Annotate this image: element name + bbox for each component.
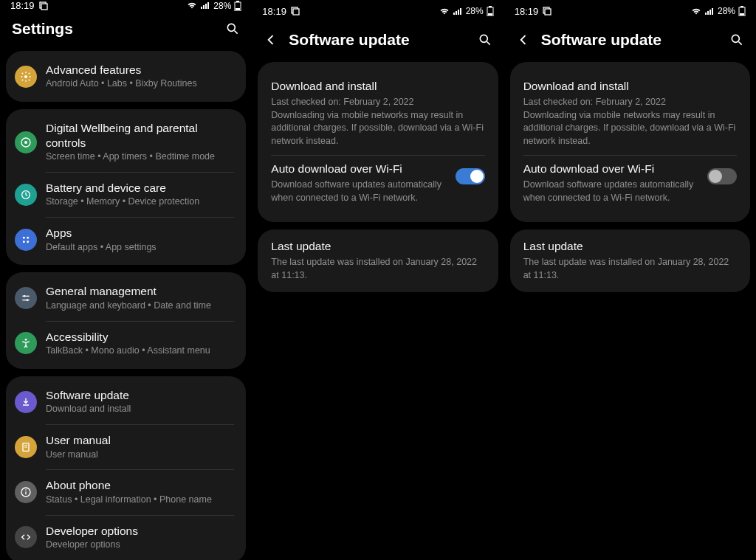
auto-title: Auto download over Wi-Fi <box>271 162 447 176</box>
download-install-row[interactable]: Download and install Last checked on: Fe… <box>271 72 484 155</box>
manual-icon <box>15 436 37 458</box>
row-title: Developer options <box>46 524 234 538</box>
svg-point-9 <box>228 24 236 31</box>
search-icon[interactable] <box>225 21 240 36</box>
row-text: Developer options Developer options <box>46 524 234 551</box>
row-text: Apps Default apps • App settings <box>46 226 234 253</box>
row-subtitle: Android Auto • Labs • Bixby Routines <box>46 77 234 90</box>
settings-row[interactable]: Battery and device care Storage • Memory… <box>6 172 246 217</box>
settings-header: Settings <box>0 11 252 51</box>
row-text: Battery and device care Storage • Memory… <box>46 181 234 208</box>
status-time: 18:19 <box>262 6 286 17</box>
svg-rect-34 <box>458 10 459 15</box>
battery-icon <box>234 1 241 11</box>
update-card: Download and install Last checked on: Fe… <box>510 62 750 222</box>
download-install-row[interactable]: Download and install Last checked on: Fe… <box>523 72 737 155</box>
svg-rect-31 <box>293 9 299 15</box>
svg-point-22 <box>27 299 29 301</box>
back-icon[interactable] <box>264 32 278 47</box>
svg-point-39 <box>480 35 487 42</box>
row-subtitle: Screen time • App timers • Bedtime mode <box>46 151 234 163</box>
back-icon[interactable] <box>516 32 531 47</box>
general-icon <box>15 287 37 309</box>
settings-group: Advanced features Android Auto • Labs • … <box>6 51 246 102</box>
status-time: 18:19 <box>515 6 539 17</box>
row-title: Digital Wellbeing and parental controls <box>46 121 234 150</box>
search-icon[interactable] <box>729 32 744 47</box>
settings-row[interactable]: Software update Download and install <box>6 379 246 424</box>
last-update-card[interactable]: Last update The last update was installe… <box>510 229 750 292</box>
row-title: Battery and device care <box>46 181 234 195</box>
page-title: Software update <box>541 31 719 49</box>
auto-download-toggle[interactable] <box>456 168 485 184</box>
auto-download-toggle[interactable] <box>707 168 737 184</box>
row-text: User manual User manual <box>46 433 234 460</box>
row-title: Accessibility <box>46 330 234 344</box>
auto-title: Auto download over Wi-Fi <box>523 162 700 176</box>
svg-rect-3 <box>203 5 205 9</box>
battery-icon <box>487 6 494 16</box>
svg-rect-45 <box>709 10 711 15</box>
settings-row[interactable]: Accessibility TalkBack • Mono audio • As… <box>6 321 246 366</box>
last-update-title: Last update <box>271 240 484 253</box>
svg-point-29 <box>25 489 27 491</box>
dev-icon <box>15 526 37 548</box>
signal-icon <box>453 7 463 15</box>
settings-screen: 18:19 28% Settings Advanced fe <box>0 0 252 560</box>
update-card: Download and install Last checked on: Fe… <box>258 62 498 222</box>
settings-row[interactable]: Apps Default apps • App settings <box>6 217 246 262</box>
last-update-card[interactable]: Last update The last update was installe… <box>258 229 498 292</box>
auto-download-row[interactable]: Auto download over Wi-Fi Download softwa… <box>523 155 737 212</box>
settings-row[interactable]: User manual User manual <box>6 424 246 469</box>
battery-text: 28% <box>466 6 484 16</box>
screenshot-icon <box>543 7 551 15</box>
download-checked: Last checked on: February 2, 2022 <box>271 96 484 109</box>
page-title: Settings <box>12 20 215 38</box>
last-update-desc: The last update was installed on January… <box>271 256 484 282</box>
row-subtitle: Download and install <box>46 403 234 415</box>
svg-point-17 <box>23 241 25 243</box>
settings-group: General management Language and keyboard… <box>6 272 246 369</box>
settings-row[interactable]: Developer options Developer options <box>6 515 246 560</box>
battery-icon <box>15 184 37 206</box>
row-title: About phone <box>46 478 234 492</box>
last-update-title: Last update <box>523 240 737 253</box>
svg-rect-5 <box>207 2 209 9</box>
row-subtitle: Storage • Memory • Device protection <box>46 196 234 208</box>
settings-row[interactable]: Digital Wellbeing and parental controls … <box>6 112 246 172</box>
battery-text: 28% <box>718 6 735 16</box>
accessibility-icon <box>15 332 37 354</box>
row-subtitle: Status • Legal information • Phone name <box>46 494 234 506</box>
svg-rect-38 <box>488 13 492 15</box>
svg-rect-2 <box>201 7 202 9</box>
svg-line-40 <box>487 42 489 45</box>
update-icon <box>15 391 37 413</box>
row-text: About phone Status • Legal information •… <box>46 478 234 505</box>
settings-row[interactable]: About phone Status • Legal information •… <box>6 469 246 514</box>
row-subtitle: User manual <box>46 449 234 461</box>
row-subtitle: Developer options <box>46 539 234 551</box>
svg-rect-8 <box>236 8 240 10</box>
download-desc: Downloading via mobile networks may resu… <box>271 109 484 148</box>
row-title: User manual <box>46 433 234 447</box>
auto-download-row[interactable]: Auto download over Wi-Fi Download softwa… <box>271 155 484 212</box>
row-subtitle: TalkBack • Mono audio • Assistant menu <box>46 345 234 357</box>
software-update-screen-off: 18:19 28% Software update <box>504 0 756 560</box>
settings-row[interactable]: General management Language and keyboard… <box>6 275 246 320</box>
row-subtitle: Default apps • App settings <box>46 241 234 254</box>
svg-rect-1 <box>41 4 47 10</box>
download-desc: Downloading via mobile networks may resu… <box>523 109 737 148</box>
row-title: Apps <box>46 226 234 240</box>
svg-point-18 <box>27 241 29 243</box>
software-update-header: Software update <box>504 22 756 62</box>
wifi-icon <box>439 7 450 15</box>
svg-point-16 <box>27 237 29 239</box>
about-icon <box>15 481 37 503</box>
battery-icon <box>738 6 746 16</box>
settings-row[interactable]: Advanced features Android Auto • Labs • … <box>6 54 246 99</box>
search-icon[interactable] <box>478 32 492 47</box>
row-text: Advanced features Android Auto • Labs • … <box>46 63 234 90</box>
svg-rect-42 <box>545 9 551 15</box>
wifi-icon <box>187 1 197 10</box>
svg-point-11 <box>24 75 27 78</box>
